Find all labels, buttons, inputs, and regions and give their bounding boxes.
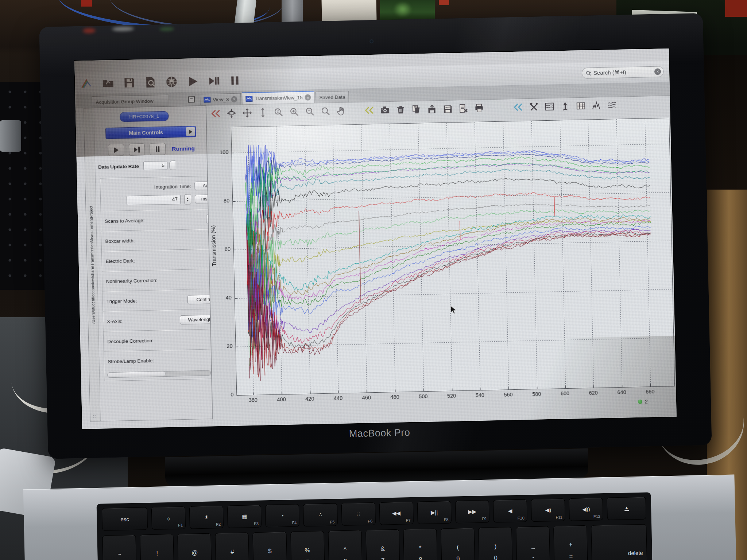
search-input[interactable]: Search (⌘+I) × bbox=[582, 66, 664, 79]
pause-button[interactable] bbox=[150, 143, 166, 155]
data-update-rate-stepper[interactable] bbox=[169, 160, 176, 170]
drag-handle-icon[interactable]: ∷ bbox=[93, 414, 96, 419]
hand-pan-icon[interactable] bbox=[336, 106, 347, 116]
convert-icon[interactable] bbox=[513, 102, 523, 112]
metal-clamp bbox=[0, 120, 21, 152]
peak-finder-icon[interactable] bbox=[592, 101, 602, 111]
peak-cursor-icon[interactable] bbox=[560, 101, 570, 112]
vertical-scale-icon[interactable] bbox=[258, 108, 268, 118]
acquisition-panel: /Users/student/oceanview/share/Transmiss… bbox=[84, 106, 213, 422]
spectrum-plot-canvas[interactable] bbox=[231, 118, 675, 396]
copy-spectrum-icon[interactable] bbox=[411, 104, 422, 114]
decouple-row: Decouple Correction: bbox=[104, 332, 212, 348]
history-back-icon[interactable] bbox=[211, 109, 221, 119]
bezel-reflection bbox=[112, 27, 134, 31]
key-1: !1 bbox=[140, 534, 174, 560]
overlay-spectra-icon[interactable] bbox=[607, 100, 618, 110]
minus-key: _- bbox=[516, 526, 550, 560]
dashboard-key: ◔F4 bbox=[265, 504, 299, 527]
rewind-key: ◀◀F7 bbox=[379, 502, 413, 525]
search-document-icon[interactable] bbox=[144, 76, 157, 89]
y-axis-title: Transmission (%) bbox=[210, 225, 217, 267]
save-icon[interactable] bbox=[123, 77, 136, 89]
zoom-region-icon[interactable]: 2 bbox=[274, 107, 284, 117]
search-clear-icon[interactable]: × bbox=[654, 68, 661, 75]
x-tick-label: 440 bbox=[330, 395, 346, 401]
zoom-tool-icon[interactable] bbox=[321, 106, 331, 116]
close-icon[interactable]: × bbox=[231, 96, 237, 102]
x-tick-label: 460 bbox=[359, 394, 375, 401]
x-tick-label: 520 bbox=[444, 393, 460, 399]
plot-area: Transmission (%) 100806040200 3804004204… bbox=[207, 113, 677, 426]
key-5: %5 bbox=[290, 531, 325, 560]
zoom-in-icon[interactable] bbox=[289, 107, 299, 117]
expand-arrow-icon[interactable] bbox=[186, 127, 195, 136]
tab-acquisition-group-window[interactable]: Acquisition Group Window bbox=[92, 95, 169, 108]
data-update-rate-field[interactable]: 5 bbox=[143, 161, 167, 170]
boxcar-width-label: Boxcar width: bbox=[105, 238, 135, 244]
step-button[interactable] bbox=[129, 143, 145, 156]
main-controls-header[interactable]: Main Controls bbox=[105, 126, 196, 139]
delete-spectrum-icon[interactable] bbox=[396, 105, 406, 115]
open-project-icon[interactable] bbox=[102, 77, 115, 90]
tab-view3[interactable]: View_3 × bbox=[200, 93, 241, 105]
expose-key: ▦F3 bbox=[227, 505, 262, 528]
volume-down-key: ◀)F11 bbox=[531, 498, 565, 522]
play-button[interactable] bbox=[108, 144, 124, 156]
x-tick-label: 560 bbox=[500, 392, 516, 398]
play-icon[interactable] bbox=[186, 75, 199, 88]
x-tick-label: 500 bbox=[415, 393, 431, 400]
screen: Search (⌘+I) × Acquisition Group Window … bbox=[74, 48, 677, 429]
trigger-mode-dropdown[interactable]: Continu bbox=[187, 294, 212, 304]
tab-transmissionview[interactable]: TransmissionView_15 × bbox=[242, 91, 315, 104]
scrollbar-thumb[interactable] bbox=[108, 372, 166, 377]
tab-label: Saved Data bbox=[320, 94, 345, 100]
trigger-mode-row: Trigger Mode: Continu bbox=[103, 292, 212, 308]
key-9: (9 bbox=[441, 528, 475, 560]
pause-icon[interactable] bbox=[229, 74, 241, 87]
graph-settings-icon[interactable] bbox=[545, 102, 555, 112]
tab-saved-data[interactable]: Saved Data bbox=[316, 91, 349, 103]
snapshot-icon[interactable] bbox=[380, 105, 390, 115]
configure-export-icon[interactable] bbox=[458, 103, 469, 113]
strobe-row: Strobe/Lamp Enable: bbox=[104, 353, 212, 368]
key-0: )0 bbox=[478, 527, 513, 560]
panel-horizontal-scrollbar[interactable] bbox=[107, 370, 211, 378]
status-bar: 2 bbox=[638, 398, 648, 405]
electric-dark-label: Electric Dark: bbox=[105, 258, 135, 264]
x-axis-dropdown[interactable]: Wavelengt bbox=[180, 314, 212, 324]
close-icon[interactable]: × bbox=[305, 94, 311, 101]
red-label-left bbox=[81, 0, 92, 7]
fast-forward-key: ▶▶F9 bbox=[455, 500, 489, 524]
zoom-out-icon[interactable] bbox=[305, 106, 315, 117]
y-tick-label: 80 bbox=[213, 198, 229, 204]
integration-time-field[interactable]: 47 bbox=[127, 195, 181, 205]
acquisition-settings-group: Integration Time: Aut 47 ▲▼ ms bbox=[100, 176, 212, 381]
table-view-icon[interactable] bbox=[576, 101, 586, 111]
project-path: /Users/student/oceanview/share/Transmiss… bbox=[89, 206, 96, 324]
play-pause-icon[interactable] bbox=[208, 75, 220, 88]
oceanview-logo[interactable] bbox=[81, 77, 93, 90]
web-save-icon[interactable] bbox=[165, 75, 178, 88]
scale-to-fit-icon[interactable] bbox=[227, 108, 237, 118]
pan-icon[interactable] bbox=[242, 108, 252, 118]
mute-key: ◀F10 bbox=[493, 499, 527, 522]
red-label-right bbox=[725, 0, 747, 17]
device-button[interactable]: HR+C0078_1 bbox=[120, 111, 169, 122]
x-tick-label: 540 bbox=[472, 392, 488, 398]
x-tick-label: 380 bbox=[245, 397, 261, 403]
print-icon[interactable] bbox=[474, 103, 484, 113]
volume-up-key: ◀))F12 bbox=[569, 498, 603, 521]
delete-key: delete bbox=[591, 524, 647, 560]
processing-tools-icon[interactable] bbox=[529, 102, 539, 112]
y-tick-label: 40 bbox=[215, 295, 232, 301]
spectrum-tab-icon bbox=[204, 97, 210, 102]
bezel-reflection bbox=[83, 28, 95, 34]
restore-window-icon[interactable] bbox=[188, 96, 195, 102]
brightness-down-key: ☼F1 bbox=[151, 506, 186, 530]
export-icon[interactable] bbox=[427, 104, 437, 114]
search-placeholder: Search (⌘+I) bbox=[593, 69, 652, 76]
integration-stepper[interactable]: ▲▼ bbox=[184, 194, 191, 204]
replay-icon[interactable] bbox=[364, 105, 375, 116]
save-graph-icon[interactable] bbox=[443, 104, 453, 114]
